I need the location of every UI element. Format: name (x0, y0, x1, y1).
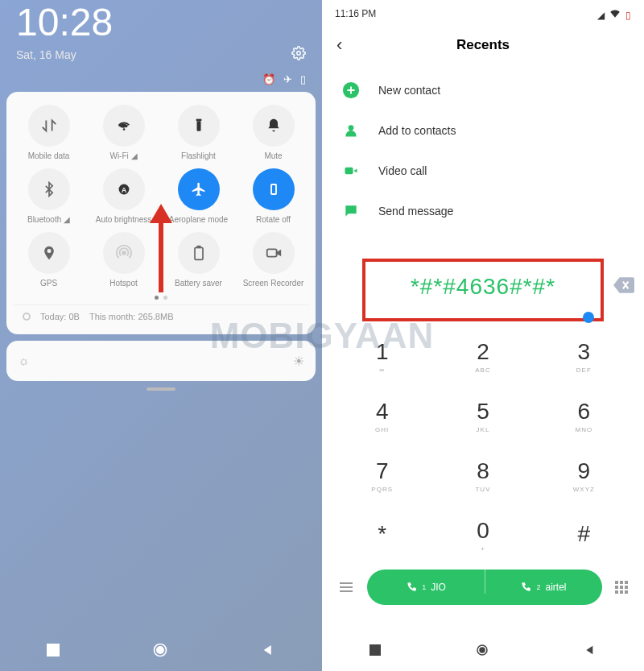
page-title: Recents (456, 37, 510, 53)
tile-hotspot[interactable]: Hotspot (88, 232, 159, 288)
tile-gps[interactable]: GPS (13, 232, 85, 288)
svg-rect-10 (266, 249, 276, 256)
svg-point-19 (480, 648, 485, 652)
rotate-icon (253, 168, 295, 210)
app-header: ‹ Recents (322, 25, 644, 70)
tile-mute[interactable]: Mute (237, 105, 309, 160)
nav-home-icon[interactable] (152, 642, 168, 661)
quick-settings-tiles: Mobile data Wi-Fi ◢ Flashlight Mute Blue… (13, 105, 309, 288)
svg-rect-17 (369, 644, 381, 656)
hotspot-icon (103, 232, 145, 274)
nav-bar (322, 632, 644, 671)
sun-high-icon: ☀ (293, 354, 304, 369)
menu-button[interactable] (333, 582, 359, 592)
nav-bar (0, 632, 322, 671)
data-usage[interactable]: Today: 0B This month: 265.8MB (13, 304, 309, 328)
backspace-button[interactable] (613, 277, 634, 296)
key-star[interactable]: * (332, 505, 432, 565)
key-2[interactable]: 2ABC (432, 326, 533, 386)
airplane-icon: ✈ (283, 73, 292, 85)
gear-icon[interactable] (291, 46, 306, 64)
bell-icon (253, 105, 295, 147)
tile-wifi[interactable]: Wi-Fi ◢ (88, 105, 159, 160)
nav-recent-icon[interactable] (369, 644, 381, 659)
tile-battery-saver[interactable]: Battery saver (163, 232, 234, 288)
plus-icon (341, 81, 361, 100)
status-icons (291, 46, 306, 64)
key-8[interactable]: 8TUV (432, 445, 533, 505)
nav-recent-icon[interactable] (47, 644, 60, 660)
new-contact-row[interactable]: New contact (327, 70, 639, 110)
gps-icon (28, 232, 70, 274)
svg-rect-2 (196, 121, 200, 131)
tile-rotate-off[interactable]: Rotate off (237, 168, 309, 224)
right-screenshot: 11:16 PM ◢ ▯ ‹ Recents New contact Add t… (322, 0, 644, 671)
nav-back-icon[interactable] (584, 644, 597, 660)
key-5[interactable]: 5JKL (432, 386, 533, 445)
svg-rect-16 (345, 168, 353, 174)
video-call-row[interactable]: Video call (327, 151, 639, 191)
battery-icon (178, 232, 220, 274)
call-sim2-button[interactable]: 2 airtel (485, 570, 602, 605)
key-6[interactable]: 6MNO (534, 386, 634, 445)
brightness-slider[interactable]: ☼ ☀ (6, 341, 316, 381)
svg-rect-8 (195, 247, 203, 259)
key-3[interactable]: 3DEF (534, 326, 634, 386)
dialed-number[interactable]: *#*#4636#*#* (411, 274, 555, 300)
nav-back-icon[interactable] (261, 643, 275, 661)
date: Sat, 16 May (16, 48, 76, 61)
wifi-icon (103, 105, 145, 147)
svg-point-7 (122, 251, 126, 255)
text-cursor-handle[interactable] (583, 312, 594, 323)
svg-rect-11 (47, 644, 60, 657)
video-icon (341, 161, 361, 180)
tile-flashlight[interactable]: Flashlight (163, 105, 234, 160)
flashlight-icon (178, 105, 220, 147)
key-0[interactable]: 0+ (432, 505, 533, 565)
key-7[interactable]: 7PQRS (332, 445, 432, 505)
tile-mobile-data[interactable]: Mobile data (13, 105, 85, 160)
status-bar: 11:16 PM ◢ ▯ (322, 0, 644, 25)
wifi-icon (609, 8, 621, 22)
bluetooth-icon (28, 168, 70, 210)
send-message-row[interactable]: Send message (327, 191, 639, 231)
person-icon (341, 121, 361, 140)
signal-icon: ◢ (597, 10, 605, 21)
svg-rect-9 (197, 246, 200, 248)
dialpad: 1∞ 2ABC 3DEF 4GHI 5JKL 6MNO 7PQRS 8TUV 9… (322, 318, 644, 565)
svg-point-15 (349, 125, 354, 130)
key-1[interactable]: 1∞ (332, 326, 432, 386)
svg-point-13 (157, 647, 163, 653)
tile-auto-brightness[interactable]: A Auto brightness (88, 168, 159, 224)
alarm-icon: ⏰ (262, 73, 275, 85)
contact-actions: New contact Add to contacts Video call S… (322, 70, 644, 231)
key-hash[interactable]: # (534, 505, 634, 565)
battery-low-icon: ▯ (625, 10, 631, 21)
call-sim1-button[interactable]: 1 JIO (367, 570, 485, 605)
svg-point-0 (297, 52, 301, 56)
message-icon (341, 201, 361, 221)
call-button-row: 1 JIO 2 airtel (322, 565, 644, 608)
key-9[interactable]: 9WXYZ (534, 445, 634, 505)
autobright-icon: A (103, 168, 145, 210)
dial-display: *#*#4636#*#* (322, 255, 644, 318)
svg-rect-3 (196, 119, 201, 122)
tile-bluetooth[interactable]: Bluetooth ◢ (13, 168, 85, 224)
quick-settings-panel: Mobile data Wi-Fi ◢ Flashlight Mute Blue… (6, 92, 316, 334)
panel-handle[interactable] (147, 387, 175, 391)
tile-aeroplane-mode[interactable]: Aeroplane mode (163, 168, 234, 224)
svg-text:A: A (121, 186, 126, 194)
svg-point-1 (122, 128, 125, 130)
status-time: 11:16 PM (335, 8, 376, 22)
battery-icon: ▯ (300, 73, 306, 85)
dialpad-toggle[interactable] (610, 581, 633, 594)
back-button[interactable]: ‹ (330, 31, 349, 59)
add-to-contacts-row[interactable]: Add to contacts (327, 110, 639, 151)
tile-screen-recorder[interactable]: Screen Recorder (237, 232, 309, 288)
nav-home-icon[interactable] (475, 643, 489, 661)
screenrec-icon (253, 232, 295, 274)
clock: 10:28 (0, 0, 322, 44)
sun-low-icon: ☼ (18, 354, 30, 368)
key-4[interactable]: 4GHI (332, 386, 432, 445)
airplane-icon (178, 168, 220, 210)
